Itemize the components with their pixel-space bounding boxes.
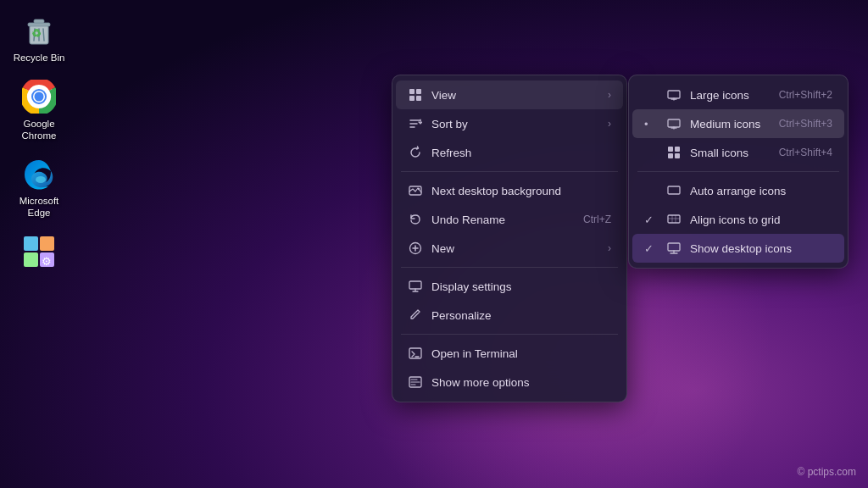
svg-rect-28 (668, 119, 680, 127)
settings-icon: ⚙ (20, 233, 58, 270)
chrome-label: Google Chrome (12, 119, 66, 142)
svg-point-11 (36, 176, 46, 183)
submenu-align-grid[interactable]: ✓ Align icons to grid (632, 205, 844, 234)
refresh-icon (408, 145, 423, 160)
submenu-medium-icons[interactable]: • Medium icons Ctrl+Shift+3 (632, 109, 844, 138)
next-bg-label: Next desktop background (431, 185, 611, 197)
large-icons-shortcut: Ctrl+Shift+2 (779, 89, 832, 101)
svg-rect-14 (24, 252, 38, 267)
auto-arrange-label: Auto arrange icons (690, 185, 832, 197)
desktop-icon-recycle-bin[interactable]: ♻ Recycle Bin (8, 7, 70, 69)
medium-icons-shortcut: Ctrl+Shift+3 (779, 118, 832, 130)
svg-rect-20 (416, 96, 421, 101)
svg-rect-33 (668, 186, 680, 194)
view-label: View (431, 89, 599, 102)
sort-icon (408, 116, 423, 131)
svg-point-10 (35, 92, 44, 101)
personalize-label: Personalize (431, 309, 611, 322)
svg-rect-2 (34, 19, 44, 23)
menu-item-refresh[interactable]: Refresh (396, 138, 623, 167)
desktop-icon-edge[interactable]: Microsoft Edge (8, 150, 70, 225)
svg-rect-30 (675, 147, 680, 152)
desktop-icon-settings[interactable]: ⚙ (8, 228, 70, 279)
large-icons-icon (666, 87, 682, 103)
svg-rect-18 (416, 89, 421, 94)
sort-label: Sort by (431, 118, 599, 130)
menu-item-terminal[interactable]: Open in Terminal (396, 339, 623, 368)
menu-item-next-bg[interactable]: Next desktop background (396, 176, 623, 205)
menu-item-display[interactable]: Display settings (396, 272, 623, 301)
terminal-icon (408, 346, 423, 361)
small-icons-shortcut: Ctrl+Shift+4 (779, 147, 832, 158)
separator-3 (401, 334, 618, 335)
submenu-show-desktop[interactable]: ✓ Show desktop icons (632, 234, 844, 263)
display-icon (408, 279, 423, 294)
undo-icon (408, 212, 423, 227)
svg-rect-34 (668, 215, 680, 223)
submenu-large-icons[interactable]: Large icons Ctrl+Shift+2 (632, 80, 844, 109)
medium-icons-icon (666, 116, 682, 131)
view-arrow: › (608, 89, 611, 101)
medium-icons-label: Medium icons (690, 118, 771, 130)
next-bg-icon (408, 183, 423, 198)
svg-text:⚙: ⚙ (42, 255, 52, 268)
menu-item-undo[interactable]: Undo Rename Ctrl+Z (396, 205, 623, 234)
svg-rect-38 (668, 243, 680, 251)
svg-rect-24 (409, 281, 421, 289)
view-submenu: Large icons Ctrl+Shift+2 • Medium icons … (628, 75, 849, 269)
more-options-icon (408, 374, 423, 390)
svg-rect-13 (40, 236, 54, 251)
submenu-separator (637, 171, 839, 172)
svg-rect-32 (675, 153, 680, 158)
desktop-icons-area: ♻ Recycle Bin Google Chrome (0, 0, 78, 286)
recycle-bin-icon: ♻ (20, 12, 58, 49)
show-desktop-label: Show desktop icons (690, 242, 832, 255)
separator-1 (401, 171, 618, 172)
menu-item-view[interactable]: View › (396, 80, 623, 109)
edge-icon (20, 155, 58, 192)
submenu-auto-arrange[interactable]: Auto arrange icons (632, 176, 844, 205)
sort-arrow: › (608, 118, 611, 130)
svg-point-22 (418, 188, 420, 190)
svg-rect-12 (24, 236, 38, 251)
small-icons-icon (666, 145, 682, 160)
svg-text:♻: ♻ (31, 27, 42, 40)
desktop-icon-chrome[interactable]: Google Chrome (8, 73, 70, 147)
view-icon (408, 87, 423, 103)
svg-rect-17 (409, 89, 415, 94)
submenu-small-icons[interactable]: Small icons Ctrl+Shift+4 (632, 138, 844, 167)
new-label: New (431, 242, 599, 255)
new-icon (408, 241, 423, 256)
menu-item-new[interactable]: New › (396, 234, 623, 263)
svg-line-5 (43, 29, 44, 41)
undo-label: Undo Rename (431, 214, 575, 226)
svg-rect-31 (668, 153, 673, 158)
refresh-label: Refresh (431, 147, 611, 159)
small-icons-label: Small icons (690, 147, 771, 159)
watermark: © pctips.com (797, 466, 856, 478)
menu-item-more-options[interactable]: Show more options (396, 368, 623, 396)
align-grid-icon (666, 212, 682, 227)
show-desktop-icon (666, 241, 682, 256)
large-icons-label: Large icons (690, 89, 771, 102)
recycle-bin-label: Recycle Bin (14, 53, 65, 64)
align-grid-label: Align icons to grid (690, 214, 832, 226)
terminal-label: Open in Terminal (431, 347, 611, 360)
menu-item-personalize[interactable]: Personalize (396, 301, 623, 330)
svg-rect-1 (28, 23, 50, 26)
align-grid-check: ✓ (644, 214, 658, 226)
svg-rect-27 (668, 91, 680, 98)
edge-label: Microsoft Edge (12, 196, 66, 219)
svg-rect-19 (409, 96, 415, 101)
menu-item-sort[interactable]: Sort by › (396, 109, 623, 138)
new-arrow: › (608, 242, 611, 254)
auto-arrange-icon (666, 183, 682, 198)
context-menu: View › Sort by › Refresh (392, 75, 627, 402)
more-label: Show more options (431, 376, 611, 389)
context-menu-container: View › Sort by › Refresh (392, 75, 627, 402)
undo-shortcut: Ctrl+Z (583, 214, 611, 225)
medium-icons-check: • (644, 118, 658, 130)
separator-2 (401, 267, 618, 268)
chrome-icon (20, 78, 58, 115)
display-label: Display settings (431, 280, 611, 293)
